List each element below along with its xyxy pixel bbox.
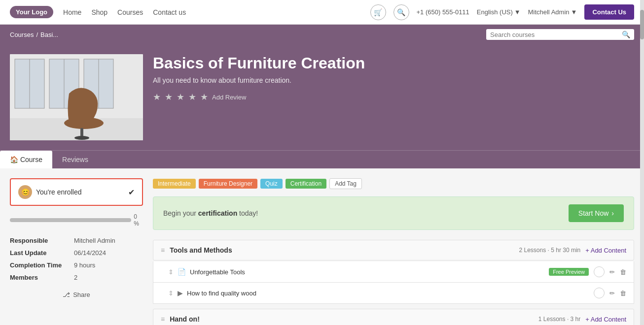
search-input[interactable] — [490, 31, 622, 38]
breadcrumb-bar: Courses / Basi... 🔍 — [0, 25, 644, 44]
file-icon: 📄 — [178, 268, 186, 276]
check-mark-icon: ✔ — [128, 188, 135, 197]
sidebar: 😊 You're enrolled ✔ 0 % Responsible Mitc… — [10, 178, 143, 325]
delete-icon-2[interactable]: 🗑 — [620, 290, 626, 297]
nav-shop[interactable]: Shop — [91, 8, 107, 16]
tab-reviews[interactable]: Reviews — [52, 151, 98, 168]
course-title: Basics of Furniture Creation — [153, 54, 634, 72]
nav-contact[interactable]: Contact us — [153, 8, 186, 16]
logo[interactable]: Your Logo — [10, 6, 53, 18]
course-tabs: 🏠 Course Reviews — [0, 150, 644, 168]
share-button[interactable]: ⎇ Share — [10, 291, 143, 298]
tags-row: Intermediate Furniture Designer Quiz Cer… — [153, 178, 634, 189]
star-2[interactable]: ★ — [165, 92, 173, 102]
add-content-btn-1[interactable]: + Add Content — [585, 247, 626, 254]
tag-furniture-designer[interactable]: Furniture Designer — [199, 179, 257, 189]
last-update-value: 06/14/2024 — [74, 247, 143, 259]
star-rating[interactable]: ★ ★ ★ ★ ★ Add Review — [153, 92, 634, 102]
lower-area: 😊 You're enrolled ✔ 0 % Responsible Mitc… — [0, 168, 644, 325]
lesson-right-1-1: Free Preview ✏ 🗑 — [549, 266, 626, 277]
meta-row-completion: Completion Time 9 hours — [10, 259, 143, 271]
course-image — [10, 54, 143, 140]
nav-right: 🛒 🔍 +1 (650) 555-0111 English (US) ▼ Mit… — [370, 4, 635, 20]
breadcrumb-courses[interactable]: Courses — [10, 31, 34, 38]
breadcrumb: Courses / Basi... — [10, 31, 58, 38]
admin-selector[interactable]: Mitchell Admin ▼ — [528, 8, 577, 16]
delete-icon-1[interactable]: 🗑 — [620, 268, 626, 276]
progress-bar-bg — [10, 218, 131, 222]
drag-icon-2: ≡ — [161, 315, 165, 323]
lesson-title-1-1: Unforgettable Tools — [190, 268, 245, 276]
enrolled-left: 😊 You're enrolled — [18, 185, 81, 199]
nav-links: Home Shop Courses Contact us — [63, 8, 370, 16]
cart-icon[interactable]: 🛒 — [370, 4, 386, 20]
edit-icon-1[interactable]: ✏ — [609, 268, 615, 276]
lesson-left-1-1: ⇕ 📄 Unforgettable Tools — [168, 268, 245, 276]
scrollbar[interactable] — [640, 0, 644, 325]
star-1[interactable]: ★ — [153, 92, 161, 102]
meta-table: Responsible Mitchell Admin Last Update 0… — [10, 234, 143, 284]
action-circle-2[interactable] — [594, 288, 605, 298]
phone-number: +1 (650) 555-0111 — [417, 8, 469, 16]
progress-percentage: 0 % — [134, 213, 143, 227]
tab-course[interactable]: 🏠 Course — [0, 151, 52, 168]
video-icon: ▶ — [178, 289, 183, 297]
star-3[interactable]: ★ — [177, 92, 184, 102]
scrollbar-thumb[interactable] — [640, 10, 644, 39]
svg-point-11 — [74, 136, 89, 140]
section-title-1: Tools and Methods — [170, 246, 232, 254]
tag-intermediate[interactable]: Intermediate — [153, 179, 196, 189]
main-panel: Intermediate Furniture Designer Quiz Cer… — [153, 178, 634, 325]
course-info: Basics of Furniture Creation All you nee… — [153, 54, 634, 140]
free-preview-badge-1: Free Preview — [549, 268, 589, 276]
section-row-2: ≡ Hand on! 1 Lessons · 3 hr + Add Conten… — [153, 309, 634, 325]
course-subtitle: All you need to know about furniture cre… — [153, 76, 634, 84]
lessons-info-1: 2 Lessons · 5 hr 30 min — [519, 247, 581, 254]
tag-quiz[interactable]: Quiz — [260, 179, 283, 189]
meta-row-responsible: Responsible Mitchell Admin — [10, 234, 143, 247]
lesson-right-1-2: ✏ 🗑 — [594, 288, 626, 298]
add-content-btn-2[interactable]: + Add Content — [585, 316, 626, 323]
section-right-2: 1 Lessons · 3 hr + Add Content — [538, 316, 626, 323]
members-value: 2 — [74, 271, 143, 284]
search-icon-btn[interactable]: 🔍 — [394, 4, 409, 20]
section-right-1: 2 Lessons · 5 hr 30 min + Add Content — [519, 247, 627, 254]
start-now-button[interactable]: Start Now › — [569, 204, 624, 222]
nav-courses[interactable]: Courses — [117, 8, 143, 16]
section-row-1: ≡ Tools and Methods 2 Lessons · 5 hr 30 … — [153, 240, 634, 260]
top-nav: Your Logo Home Shop Courses Contact us 🛒… — [0, 0, 644, 25]
completion-label: Completion Time — [10, 259, 74, 271]
search-icon: 🔍 — [622, 31, 630, 38]
search-bar: 🔍 — [486, 29, 634, 40]
members-label: Members — [10, 271, 74, 284]
avatar: 😊 — [18, 185, 32, 199]
lessons-info-2: 1 Lessons · 3 hr — [538, 316, 580, 323]
drag-icon-1: ≡ — [161, 246, 165, 254]
drag-handle-icon: ⇕ — [168, 268, 174, 276]
home-icon: 🏠 — [10, 156, 18, 163]
lesson-title-1-2: How to find quality wood — [187, 290, 256, 297]
last-update-label: Last Update — [10, 247, 74, 259]
completion-value: 9 hours — [74, 259, 143, 271]
nav-home[interactable]: Home — [63, 8, 81, 16]
lesson-row-1-1: ⇕ 📄 Unforgettable Tools Free Preview ✏ 🗑 — [153, 261, 634, 283]
add-review[interactable]: Add Review — [212, 94, 246, 101]
add-tag-button[interactable]: Add Tag — [329, 178, 362, 189]
section-left-1: ≡ Tools and Methods — [161, 246, 232, 254]
drag-handle-icon-2: ⇕ — [168, 290, 174, 297]
lesson-left-1-2: ⇕ ▶ How to find quality wood — [168, 289, 256, 297]
enrolled-box: 😊 You're enrolled ✔ — [10, 178, 143, 206]
meta-row-members: Members 2 — [10, 271, 143, 284]
lesson-row-1-2: ⇕ ▶ How to find quality wood ✏ 🗑 — [153, 283, 634, 304]
action-circle-1[interactable] — [594, 266, 605, 277]
arrow-right-icon: › — [611, 209, 614, 217]
language-selector[interactable]: English (US) ▼ — [477, 8, 521, 16]
tag-certification[interactable]: Certification — [286, 179, 326, 189]
section-title-2: Hand on! — [170, 315, 200, 323]
responsible-value: Mitchell Admin — [74, 234, 143, 247]
section-left-2: ≡ Hand on! — [161, 315, 200, 323]
star-5[interactable]: ★ — [200, 92, 208, 102]
star-4[interactable]: ★ — [188, 92, 196, 102]
contact-us-button[interactable]: Contact Us — [584, 4, 634, 20]
edit-icon-2[interactable]: ✏ — [609, 290, 615, 297]
